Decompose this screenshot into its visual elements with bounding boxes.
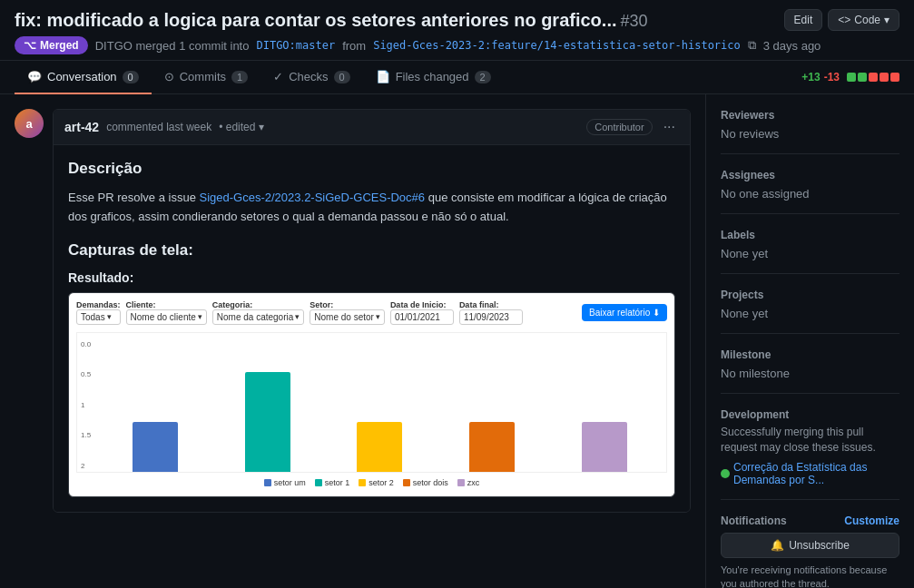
development-section: Development Successfully merging this pu… [721,408,899,500]
reviewers-title: Reviewers [721,109,899,122]
from-text: from [342,39,366,53]
description-heading: Descrição [68,160,675,178]
bar-setor-1 [215,342,320,472]
dev-issue-link[interactable]: Correção da Estatística das Demandas por… [721,461,899,486]
customize-link[interactable]: Customize [844,514,899,527]
comment-time: commented last week [106,121,211,133]
target-branch[interactable]: DITGO:master [256,39,335,52]
avatar: a [15,109,44,138]
files-count: 2 [475,71,491,83]
time-ago: 3 days ago [763,39,821,53]
development-text: Successfully merging this pull request m… [721,425,899,456]
description-text: Esse PR resolve a issue Siged-Gces-2/202… [68,189,675,227]
data-final-input[interactable] [459,309,523,325]
categoria-select[interactable]: Nome da categoria ▾ [212,309,305,325]
tab-checks[interactable]: ✓ Checks 0 [260,61,362,94]
milestone-section: Milestone No milestone [721,348,899,394]
pr-header: fix: modificado a logica para contar os … [0,0,914,61]
edit-button[interactable]: Edit [784,9,823,31]
issue-link[interactable]: Siged-Gces-2/2023.2-SiGeD-GCES-Doc#6 [200,191,426,204]
bell-icon: 🔔 [771,539,784,552]
assignees-title: Assignees [721,169,899,181]
checks-count: 0 [334,71,350,83]
projects-value: None yet [721,307,899,320]
setor-select[interactable]: Nome do setor ▾ [310,309,385,325]
edited-link[interactable]: • edited ▾ [219,121,264,133]
demandas-select[interactable]: Todas ▾ [76,309,121,325]
filter-data-inicio: Data de Inicio: [390,300,454,325]
source-branch[interactable]: Siged-Gces-2023-2:feature/14-estatistica… [373,39,741,52]
development-title: Development [721,408,899,421]
data-inicio-input[interactable] [390,309,454,325]
labels-value: None yet [721,247,899,260]
merge-icon: ⌥ [24,39,36,52]
diff-block-1 [847,73,856,82]
bar-zxc [552,342,657,472]
projects-title: Projects [721,289,899,301]
comment-right: art-42 commented last week • edited ▾ Co… [53,109,691,513]
cliente-select[interactable]: Nome do cliente ▾ [126,309,207,325]
commits-icon: ⊙ [164,70,174,83]
merged-text: DITGO merged 1 commit into [95,39,250,53]
copy-icon[interactable]: ⧉ [748,38,756,53]
diff-block-3 [869,73,878,82]
pr-title: fix: modificado a logica para contar os … [15,10,617,30]
pr-subtitle: ⌥ Merged DITGO merged 1 commit into DITG… [15,36,899,54]
comment-body: Descrição Esse PR resolve a issue Siged-… [54,145,690,512]
green-dot-icon [721,469,730,478]
bar-setor-um [103,342,208,472]
comment-row: a art-42 commented last week • edited ▾ [15,109,691,513]
legend-zxc: zxc [457,478,480,487]
tab-conversation[interactable]: 💬 Conversation 0 [15,61,152,94]
diff-block-4 [880,73,889,82]
filter-cliente: Cliente: Nome do cliente ▾ [126,300,207,325]
assignees-value: No one assigned [721,187,899,201]
filter-setor: Setor: Nome do setor ▾ [310,300,385,325]
diff-block-5 [890,73,899,82]
chevron-down-icon: ▾ [884,14,889,26]
labels-title: Labels [721,229,899,241]
tab-commits[interactable]: ⊙ Commits 1 [152,61,260,94]
content-area: a art-42 commented last week • edited ▾ [0,94,914,588]
milestone-value: No milestone [721,367,899,380]
commits-count: 1 [231,71,248,83]
chart-filters: Demandas: Todas ▾ Cliente: Nome do clien… [76,300,667,325]
contributor-badge: Contributor [586,119,652,135]
notifications-section: Notifications Customize 🔔 Unsubscribe Yo… [721,514,899,588]
unsubscribe-button[interactable]: 🔔 Unsubscribe [721,533,899,558]
notifications-title: Notifications Customize [721,514,899,527]
comment-header-right: Contributor ··· [586,117,679,137]
bar-setor-2 [328,342,433,472]
tab-files-changed[interactable]: 📄 Files changed 2 [363,61,504,94]
bar-setor-dois [439,342,545,472]
more-options-button[interactable]: ··· [660,117,679,137]
labels-section: Labels None yet [721,229,899,274]
diff-stats: +13 -13 [801,71,899,83]
filter-data-final: Data final: [459,300,523,325]
filter-demandas: Demandas: Todas ▾ [76,300,121,325]
diff-blocks [847,73,899,82]
legend-setor-um: setor um [264,478,306,487]
milestone-title: Milestone [721,348,899,361]
assignees-section: Assignees No one assigned [721,169,899,214]
conversation-pane: a art-42 commented last week • edited ▾ [0,94,705,588]
download-area: Baixar relatório ⬇ [582,304,667,321]
filter-categoria: Categoria: Nome da categoria ▾ [212,300,305,325]
comment-header: art-42 commented last week • edited ▾ Co… [54,110,690,145]
code-button[interactable]: <> Code ▾ [828,9,899,31]
conversation-icon: 💬 [27,70,42,83]
download-button[interactable]: Baixar relatório ⬇ [582,304,667,321]
legend-setor-1: setor 1 [315,478,350,487]
reviewers-section: Reviewers No reviews [721,109,899,154]
captures-heading: Capturas de tela: [68,241,675,260]
legend-setor-dois: setor dois [403,478,448,487]
chevron-icon: ▾ [259,121,264,133]
chart-legend: setor um setor 1 setor 2 [76,473,667,489]
comment-author[interactable]: art-42 [64,120,99,134]
comment-card: art-42 commented last week • edited ▾ Co… [53,109,691,513]
chart-container: Demandas: Todas ▾ Cliente: Nome do clien… [68,292,675,497]
checks-icon: ✓ [273,70,283,83]
resultado-label: Resultado: [68,270,675,285]
conversation-count: 0 [123,71,139,83]
tabs-bar: 💬 Conversation 0 ⊙ Commits 1 ✓ Checks 0 … [0,61,914,94]
